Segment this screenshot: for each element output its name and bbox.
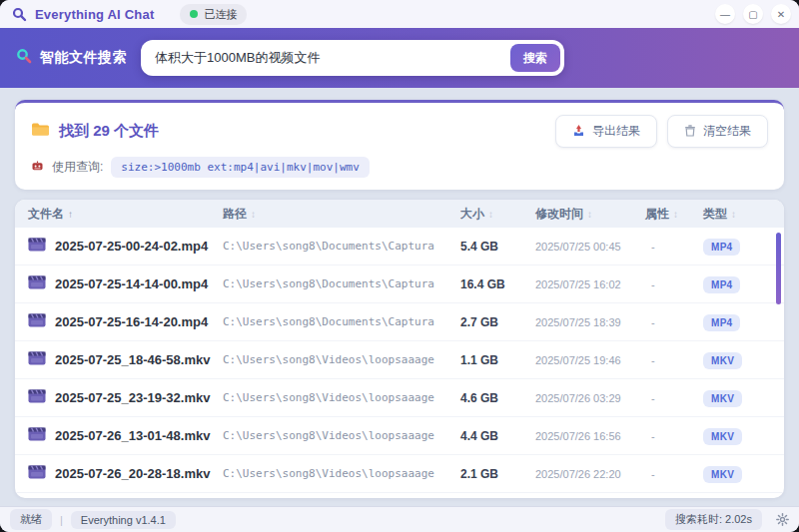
export-results-label: 导出结果 — [592, 123, 640, 140]
file-path: C:\Users\song8\Documents\Captura — [223, 315, 460, 328]
search-magnifier-icon — [16, 48, 32, 68]
table-row[interactable]: 2025-07-25_18-46-58.mkv C:\Users\song8\V… — [15, 341, 784, 379]
sort-indicator-icon: ↑ — [68, 209, 73, 220]
file-attributes: - — [645, 468, 703, 480]
file-size: 2.1 GB — [460, 467, 535, 481]
file-name-cell: 2025-07-25-16-14-20.mp4 — [28, 313, 223, 331]
maximize-button[interactable]: ▢ — [743, 4, 763, 24]
export-icon — [572, 124, 585, 140]
file-size: 4.4 GB — [460, 429, 535, 443]
column-header-label: 大小 — [460, 206, 484, 223]
file-path: C:\Users\song8\Videos\loopsaaage — [223, 429, 460, 442]
sort-indicator-icon: ↕ — [731, 209, 736, 220]
clapperboard-icon — [28, 313, 46, 331]
file-type-badge: MKV — [703, 390, 742, 407]
file-size: 2.7 GB — [460, 315, 535, 329]
close-button[interactable]: ✕ — [771, 4, 791, 24]
column-header-label: 文件名 — [28, 206, 64, 223]
file-type-badge: MKV — [703, 428, 742, 445]
column-header-label: 类型 — [703, 206, 727, 223]
column-header-label: 属性 — [645, 206, 669, 223]
clapperboard-icon — [28, 238, 46, 256]
table-row[interactable]: 2025-07-25-14-14-00.mp4 C:\Users\song8\D… — [15, 266, 784, 303]
clear-results-label: 清空结果 — [703, 123, 751, 140]
settings-gear-icon[interactable] — [776, 513, 789, 526]
file-name: 2025-07-25-16-14-20.mp4 — [55, 314, 208, 329]
file-modified-time: 2025/07/25 16:02 — [535, 278, 645, 290]
column-header-5[interactable]: 类型↕ — [703, 206, 771, 223]
file-size: 16.4 GB — [460, 277, 535, 291]
status-elapsed-chip: 搜索耗时: 2.02s — [665, 509, 762, 530]
file-type-cell: MKV — [703, 350, 771, 369]
column-header-label: 修改时间 — [535, 206, 583, 223]
table-row[interactable]: 2025-07-25-16-14-20.mp4 C:\Users\song8\D… — [15, 303, 784, 341]
file-name-cell: 2025-07-25_18-46-58.mkv — [28, 351, 223, 369]
file-modified-time: 2025/07/25 18:39 — [535, 316, 645, 328]
file-type-badge: MP4 — [703, 314, 740, 331]
main-content: 找到 29 个文件 导出结果 清空结果 — [0, 88, 799, 506]
search-label-group: 智能文件搜索 — [16, 48, 127, 68]
table-row[interactable]: 2025-07-25_23-19-32.mkv C:\Users\song8\V… — [15, 379, 784, 417]
file-type-cell: MP4 — [703, 274, 771, 293]
file-name: 2025-07-25-14-14-00.mp4 — [55, 276, 208, 291]
status-version-chip: Everything v1.4.1 — [71, 511, 176, 529]
found-files-group: 找到 29 个文件 — [31, 122, 159, 141]
sort-indicator-icon: ↕ — [587, 209, 592, 220]
sort-indicator-icon: ↕ — [673, 209, 678, 220]
clear-results-button[interactable]: 清空结果 — [667, 115, 768, 148]
table-header-row: 文件名↑路径↕大小↕修改时间↕属性↕类型↕ — [15, 200, 784, 228]
table-row[interactable]: 2025-07-26_20-28-18.mkv C:\Users\song8\V… — [15, 455, 784, 493]
app-window: Everything AI Chat 已连接 — ▢ ✕ 智能文件搜索 搜索 — [0, 0, 799, 532]
column-header-0[interactable]: 文件名↑ — [28, 206, 223, 223]
query-string-chip: size:>1000mb ext:mp4|avi|mkv|mov|wmv — [111, 157, 369, 178]
column-header-4[interactable]: 属性↕ — [645, 206, 703, 223]
table-scrollbar-thumb[interactable] — [776, 233, 781, 304]
file-type-cell: MKV — [703, 464, 771, 483]
robot-icon — [31, 159, 44, 177]
file-type-cell: MP4 — [703, 237, 771, 256]
search-input[interactable] — [155, 51, 510, 66]
clapperboard-icon — [28, 351, 46, 369]
file-size: 1.1 GB — [460, 353, 535, 367]
table-body: 2025-07-25-00-24-02.mp4 C:\Users\song8\D… — [15, 228, 784, 498]
statusbar: 就绪 | Everything v1.4.1 搜索耗时: 2.02s — [0, 506, 799, 532]
results-top-row: 找到 29 个文件 导出结果 清空结果 — [31, 115, 768, 148]
column-header-label: 路径 — [223, 206, 247, 223]
file-path: C:\Users\song8\Videos\loopsaaage — [223, 391, 460, 404]
results-table: 文件名↑路径↕大小↕修改时间↕属性↕类型↕ 2025-07-25-00-24-0… — [15, 200, 784, 498]
search-section: 智能文件搜索 搜索 — [0, 28, 799, 88]
file-path: C:\Users\song8\Documents\Captura — [223, 277, 460, 290]
file-path: C:\Users\song8\Videos\loopsaaage — [223, 353, 460, 366]
connection-status-label: 已连接 — [204, 7, 237, 22]
column-header-1[interactable]: 路径↕ — [223, 206, 460, 223]
file-attributes: - — [645, 278, 703, 290]
file-name-cell: 2025-07-25-14-14-00.mp4 — [28, 275, 223, 293]
folder-icon — [31, 122, 50, 141]
trash-icon — [684, 124, 696, 140]
file-modified-time: 2025/07/26 16:56 — [535, 430, 645, 442]
column-header-3[interactable]: 修改时间↕ — [535, 206, 645, 223]
clapperboard-icon — [28, 275, 46, 293]
file-modified-time: 2025/07/26 03:29 — [535, 392, 645, 404]
query-used-label: 使用查询: — [52, 159, 103, 176]
file-type-cell: MKV — [703, 426, 771, 445]
column-header-2[interactable]: 大小↕ — [460, 206, 535, 223]
file-modified-time: 2025/07/25 19:46 — [535, 354, 645, 366]
file-attributes: - — [645, 316, 703, 328]
file-type-cell: MP4 — [703, 312, 771, 331]
file-name: 2025-07-26_20-28-18.mkv — [55, 466, 210, 481]
results-header-card: 找到 29 个文件 导出结果 清空结果 — [15, 100, 784, 190]
export-results-button[interactable]: 导出结果 — [555, 115, 657, 148]
search-button[interactable]: 搜索 — [510, 44, 560, 72]
file-name-cell: 2025-07-26_20-28-18.mkv — [28, 465, 223, 483]
status-ready-chip: 就绪 — [10, 509, 52, 530]
file-name: 2025-07-25_23-19-32.mkv — [55, 390, 210, 405]
file-type-badge: MKV — [703, 352, 742, 369]
connected-dot-icon — [190, 10, 198, 18]
file-type-badge: MP4 — [703, 239, 740, 256]
table-row[interactable]: 2025-07-25-00-24-02.mp4 C:\Users\song8\D… — [15, 228, 784, 266]
file-attributes: - — [645, 354, 703, 366]
minimize-button[interactable]: — — [715, 4, 735, 24]
file-size: 5.4 GB — [460, 240, 535, 254]
table-row[interactable]: 2025-07-26_13-01-48.mkv C:\Users\song8\V… — [15, 417, 784, 455]
